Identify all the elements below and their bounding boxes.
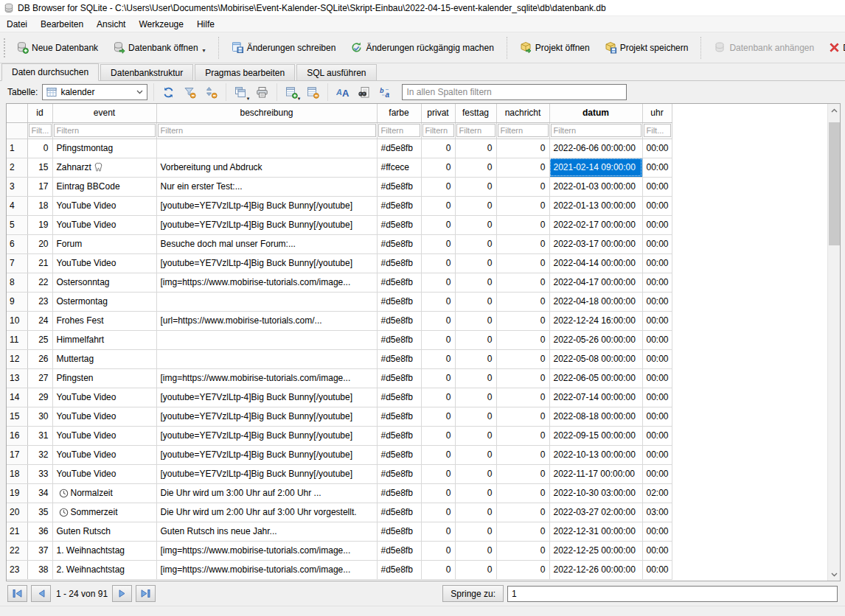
cell-beschreibung[interactable]: [img=https://www.mobirise-tutorials.com/… <box>156 560 377 579</box>
cell-event[interactable]: Guten Rutsch <box>52 522 156 541</box>
cell-farbe[interactable]: #ffcece <box>377 158 421 177</box>
cell-festtag[interactable]: 0 <box>455 311 496 330</box>
filter-all-columns-input[interactable] <box>402 84 627 100</box>
cell-beschreibung[interactable]: Besuche doch mal unser Forum:... <box>156 234 377 253</box>
cell-beschreibung[interactable]: [img=https://www.mobirise-tutorials.com/… <box>156 541 377 560</box>
cell-event[interactable]: Zahnarzt <box>52 158 156 177</box>
cell-datum[interactable]: 2022-04-18 00:00:00 <box>549 292 642 311</box>
cell-nachricht[interactable]: 0 <box>496 177 549 196</box>
cell-nachricht[interactable]: 0 <box>496 139 549 158</box>
row-number[interactable]: 14 <box>7 388 27 407</box>
cell-farbe[interactable]: #d5e8fb <box>377 388 421 407</box>
cell-farbe[interactable]: #d5e8fb <box>377 407 421 426</box>
column-header-farbe[interactable]: farbe <box>377 104 421 122</box>
cell-datum[interactable]: 2022-09-15 00:00:00 <box>549 426 642 445</box>
cell-beschreibung[interactable]: [youtube=YE7VzlLtp-4]Big Buck Bunny[/you… <box>156 464 377 483</box>
row-number[interactable]: 3 <box>7 177 27 196</box>
row-number[interactable]: 6 <box>7 234 27 253</box>
cell-nachricht[interactable]: 0 <box>496 311 549 330</box>
cell-farbe[interactable]: #d5e8fb <box>377 253 421 273</box>
cell-beschreibung[interactable]: Die Uhr wird um 3:00 Uhr auf 2:00 Uhr ..… <box>156 483 377 503</box>
cell-festtag[interactable]: 0 <box>455 253 496 273</box>
cell-nachricht[interactable]: 0 <box>496 234 549 253</box>
cell-event[interactable]: Forum <box>52 234 156 253</box>
cell-id[interactable]: 17 <box>27 177 52 196</box>
column-header-beschreibung[interactable]: beschreibung <box>156 104 377 122</box>
cell-id[interactable]: 19 <box>27 215 52 234</box>
cell-id[interactable]: 24 <box>27 311 52 330</box>
cell-farbe[interactable]: #d5e8fb <box>377 215 421 234</box>
cell-id[interactable]: 25 <box>27 330 52 349</box>
cell-festtag[interactable]: 0 <box>455 483 496 503</box>
cell-datum[interactable]: 2022-08-18 00:00:00 <box>549 407 642 426</box>
projekt-speichern-button[interactable]: Projekt speichern <box>597 37 696 58</box>
cell-datum[interactable]: 2022-06-06 00:00:00 <box>549 139 642 158</box>
cell-privat[interactable]: 0 <box>421 292 455 311</box>
cell-nachricht[interactable]: 0 <box>496 368 549 388</box>
cell-nachricht[interactable]: 0 <box>496 273 549 292</box>
cell-beschreibung[interactable]: [youtube=YE7VzlLtp-4]Big Buck Bunny[/you… <box>156 426 377 445</box>
cell-event[interactable]: 2. Weihnachtstag <box>52 560 156 579</box>
jump-to-button[interactable]: Springe zu: <box>442 585 504 602</box>
row-number[interactable]: 23 <box>7 560 27 579</box>
cell-festtag[interactable]: 0 <box>455 349 496 368</box>
cell-farbe[interactable]: #d5e8fb <box>377 196 421 215</box>
cell-event[interactable]: YouTube Video <box>52 464 156 483</box>
cell-uhr[interactable]: 00:00 <box>642 311 672 330</box>
row-number[interactable]: 19 <box>7 483 27 503</box>
cell-nachricht[interactable]: 0 <box>496 349 549 368</box>
cell-farbe[interactable]: #d5e8fb <box>377 483 421 503</box>
cell-festtag[interactable]: 0 <box>455 292 496 311</box>
cell-event[interactable]: YouTube Video <box>52 253 156 273</box>
cell-datum[interactable]: 2022-12-26 00:00:00 <box>549 560 642 579</box>
jump-to-input[interactable] <box>507 586 838 602</box>
table-select[interactable]: kalender <box>42 84 147 100</box>
filter-input-id[interactable] <box>29 124 52 137</box>
insert-record-button[interactable]: ▾ <box>282 83 302 102</box>
cell-farbe[interactable]: #d5e8fb <box>377 445 421 464</box>
row-number[interactable]: 8 <box>7 273 27 292</box>
row-number[interactable]: 13 <box>7 368 27 388</box>
datenbank-anhaengen-button[interactable]: Datenbank anhängen <box>706 37 821 58</box>
cell-festtag[interactable]: 0 <box>455 560 496 579</box>
cell-event[interactable]: YouTube Video <box>52 196 156 215</box>
cell-beschreibung[interactable]: Vorbereitung und Abdruck <box>156 158 377 177</box>
cell-privat[interactable]: 0 <box>421 464 455 483</box>
cell-privat[interactable]: 0 <box>421 139 455 158</box>
cell-id[interactable]: 18 <box>27 196 52 215</box>
cell-id[interactable]: 33 <box>27 464 52 483</box>
cell-uhr[interactable]: 03:00 <box>642 503 672 522</box>
cell-beschreibung[interactable]: Die Uhr wird um 2:00 Uhr auf 3:00 Uhr vo… <box>156 503 377 522</box>
filter-input-beschreibung[interactable] <box>158 124 376 137</box>
cell-nachricht[interactable]: 0 <box>496 292 549 311</box>
cell-uhr[interactable]: 02:00 <box>642 483 672 503</box>
column-header-event[interactable]: event <box>52 104 156 122</box>
cell-id[interactable]: 30 <box>27 407 52 426</box>
cell-event[interactable]: YouTube Video <box>52 215 156 234</box>
go-last-button[interactable] <box>136 585 156 602</box>
cell-id[interactable]: 20 <box>27 234 52 253</box>
cell-datum[interactable]: 2022-11-17 00:00:00 <box>549 464 642 483</box>
cell-uhr[interactable]: 00:00 <box>642 388 672 407</box>
menu-werkzeuge[interactable]: Werkzeuge <box>132 16 189 32</box>
cell-id[interactable]: 31 <box>27 426 52 445</box>
cell-privat[interactable]: 0 <box>421 407 455 426</box>
row-number[interactable]: 5 <box>7 215 27 234</box>
print-button[interactable] <box>252 83 272 102</box>
cell-datum[interactable]: 2022-03-17 00:00:00 <box>549 234 642 253</box>
cell-privat[interactable]: 0 <box>421 158 455 177</box>
column-header-nachricht[interactable]: nachricht <box>496 104 549 122</box>
cell-id[interactable]: 22 <box>27 273 52 292</box>
cell-privat[interactable]: 0 <box>421 426 455 445</box>
cell-event[interactable]: Pfingsten <box>52 368 156 388</box>
go-next-button[interactable] <box>112 585 132 602</box>
cell-festtag[interactable]: 0 <box>455 196 496 215</box>
cell-uhr[interactable]: 00:00 <box>642 158 672 177</box>
cell-uhr[interactable]: 00:00 <box>642 407 672 426</box>
cell-privat[interactable]: 0 <box>421 253 455 273</box>
cell-event[interactable]: Eintrag BBCode <box>52 177 156 196</box>
cell-festtag[interactable]: 0 <box>455 234 496 253</box>
cell-farbe[interactable]: #d5e8fb <box>377 234 421 253</box>
cell-uhr[interactable]: 00:00 <box>642 196 672 215</box>
row-number[interactable]: 22 <box>7 541 27 560</box>
